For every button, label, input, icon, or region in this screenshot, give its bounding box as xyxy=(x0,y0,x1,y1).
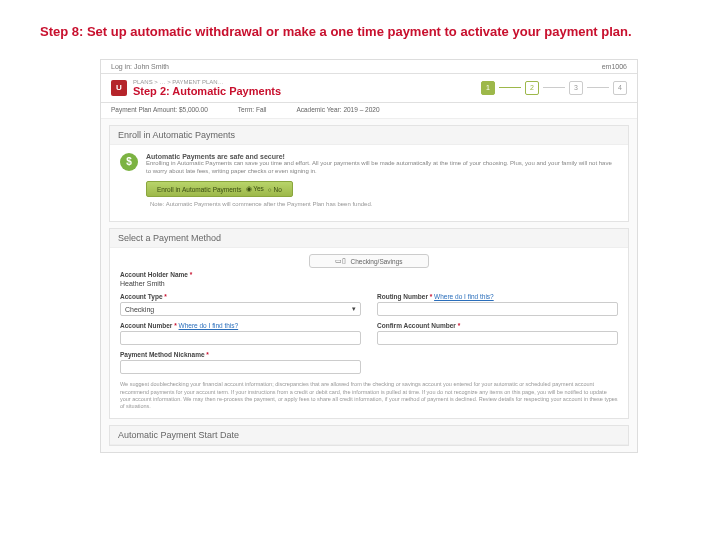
confirm-account-input[interactable] xyxy=(377,331,618,345)
login-user: Log in: John Smith xyxy=(111,63,169,70)
start-date-card: Automatic Payment Start Date xyxy=(109,425,629,446)
progress-step-2: 2 xyxy=(525,81,539,95)
progress-step-1: 1 xyxy=(481,81,495,95)
payment-method-header: Select a Payment Method xyxy=(110,229,628,248)
tab-checking-savings[interactable]: ▭▯ Checking/Savings xyxy=(309,254,429,268)
account-type-label: Account Type * xyxy=(120,293,361,300)
dollar-icon: $ xyxy=(120,153,138,171)
account-holder-value: Heather Smith xyxy=(120,280,361,287)
routing-help-link[interactable]: Where do I find this? xyxy=(434,293,494,300)
progress-step-4: 4 xyxy=(613,81,627,95)
account-number-input[interactable] xyxy=(120,331,361,345)
radio-no[interactable]: ○ No xyxy=(268,186,282,193)
plan-info-bar: Payment Plan Amount: $5,000.00 Term: Fal… xyxy=(101,103,637,119)
account-type-select[interactable]: Checking ▾ xyxy=(120,302,361,316)
radio-yes[interactable]: ◉ Yes xyxy=(246,185,264,193)
step-banner: U PLANS > … > PAYMENT PLAN… Step 2: Auto… xyxy=(101,74,637,103)
chevron-down-icon: ▾ xyxy=(352,305,356,313)
app-frame: Log in: John Smith em1006 U PLANS > … > … xyxy=(100,59,638,453)
enroll-note: Note: Automatic Payments will commence a… xyxy=(150,201,608,207)
progress-step-3: 3 xyxy=(569,81,583,95)
progress-tracker: 1 2 3 4 xyxy=(481,81,627,95)
confirm-account-label: Confirm Account Number * xyxy=(377,322,618,329)
bank-icon: ▭▯ xyxy=(335,257,346,265)
step-title: Step 2: Automatic Payments xyxy=(133,85,281,97)
start-date-header: Automatic Payment Start Date xyxy=(110,426,628,445)
page-title: Step 8: Set up automatic withdrawal or m… xyxy=(40,24,680,41)
enroll-card-header: Enroll in Automatic Payments xyxy=(110,126,628,145)
payment-disclaimer: We suggest doublechecking your financial… xyxy=(110,377,628,418)
routing-number-input[interactable] xyxy=(377,302,618,316)
brand-icon: U xyxy=(111,80,127,96)
routing-number-label: Routing Number * Where do I find this? xyxy=(377,293,618,300)
enroll-headline: Automatic Payments are safe and secure! xyxy=(146,153,618,160)
account-help-link[interactable]: Where do I find this? xyxy=(179,322,239,329)
enroll-card: Enroll in Automatic Payments $ Automatic… xyxy=(109,125,629,223)
header-id: em1006 xyxy=(602,63,627,70)
enroll-button[interactable]: Enroll in Automatic Payments ◉ Yes ○ No xyxy=(146,181,293,197)
header-bar: Log in: John Smith em1006 xyxy=(101,60,637,74)
enroll-body-text: Enrolling in Automatic Payments can save… xyxy=(146,160,618,176)
nickname-label: Payment Method Nickname * xyxy=(120,351,361,358)
nickname-input[interactable] xyxy=(120,360,361,374)
payment-method-card: Select a Payment Method ▭▯ Checking/Savi… xyxy=(109,228,629,419)
account-number-label: Account Number * Where do I find this? xyxy=(120,322,361,329)
account-holder-label: Account Holder Name * xyxy=(120,271,361,278)
